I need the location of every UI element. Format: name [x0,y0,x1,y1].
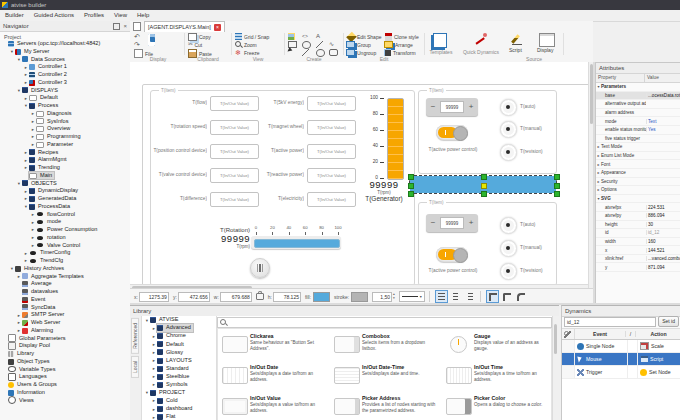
io-value-box[interactable]: T(In/Out Value) [307,192,356,207]
save-button[interactable] [148,34,157,46]
attribute-row[interactable]: alternative output address [596,100,680,109]
tree-row[interactable]: ▸SMTP Server [0,311,130,319]
tree-row[interactable]: ▸Default [0,94,130,102]
attribute-row[interactable]: ▸Text Mode [596,143,680,152]
radio-button[interactable] [500,121,517,138]
io-value-box[interactable]: T(In/Out Value) [307,120,356,135]
library-tree-row[interactable]: ▸Glossy [142,348,216,356]
set-id-button[interactable]: Set id [658,316,679,327]
power-spinner-1[interactable]: − 99999 + [426,98,478,116]
dynamics-action-cell[interactable]: Set Node [638,366,680,378]
library-item-picker-address[interactable]: Picker AddressProvides a list of nodes s… [332,394,440,420]
tree-row[interactable]: ▸Programming [0,133,130,141]
tree-row[interactable]: Global Parameters [0,335,130,343]
line-style-dropdown[interactable]: ▾ [399,291,425,302]
tree-row[interactable]: ▸DynamicDisplay [0,187,130,195]
library-tree-row[interactable]: ▸Steelblue [142,373,216,381]
tree-row[interactable]: ▾DISPLAYS [0,87,130,95]
tree-row[interactable]: Display Pool [0,342,130,350]
document-tab[interactable]: [AGENT.DISPLAYS.Main] × [144,21,225,32]
templates-button[interactable] [433,33,447,48]
library-tree-row[interactable]: ▾PROJECT [142,389,216,397]
circle-tool-button[interactable] [302,41,313,49]
align-right-button[interactable] [463,290,476,303]
io-value-box[interactable]: T(In/Out Value) [307,168,356,183]
attribute-value[interactable]: Text [646,119,680,124]
library-tree-row[interactable]: ▸LAYOUTS [142,356,216,364]
attribute-row[interactable]: idid_12 [596,229,680,238]
selection-handle[interactable] [408,191,414,197]
library-tree-row[interactable]: ▸Standard [142,365,216,373]
library-tree-row[interactable]: ▸Advanced [142,324,216,332]
tree-row[interactable]: ▾Data Sources [0,56,130,64]
tree-row[interactable]: ▸AlarmMgmt [0,156,130,164]
tree-row[interactable]: ▸mode [0,218,130,226]
side-tab-referenced[interactable]: Referenced [131,318,139,354]
library-tree-row[interactable]: ▸dashboard [142,405,216,413]
dynamics-row-trigger[interactable]: TriggerSet Node [562,366,680,379]
library-item-in-out-value[interactable]: In/Out ValueSets/displays a value to/fro… [220,394,328,420]
attribute-row[interactable]: width160 [596,238,680,247]
tree-row[interactable]: ▸Trending [0,164,130,172]
tree-row[interactable]: ▾Process [0,102,130,110]
element-id-field[interactable]: id_12 [564,317,656,327]
close-icon[interactable]: × [123,22,127,30]
corner-square-button[interactable] [486,290,499,303]
radio-button[interactable] [500,144,517,161]
redo-button[interactable]: ↷ [134,41,140,48]
library-item-gauge[interactable]: GaugeDisplays value of an address as gau… [444,332,552,361]
display-button[interactable] [539,33,555,47]
menu-item-profiles[interactable]: Profiles [79,10,109,21]
stroke-color-swatch[interactable] [351,292,368,302]
design-canvas[interactable]: T(Item) T(flow)T(In/Out Value)T(rotation… [130,62,593,288]
attribute-row[interactable]: height30 [596,221,680,230]
tree-row[interactable]: ▸Power Consumption [0,226,130,234]
tree-row[interactable]: ▸TimerConfig [0,249,130,257]
library-tree-row[interactable]: ▸Symbols [142,381,216,389]
curve-tool-button[interactable]: ∿ [329,41,334,48]
selection-handle[interactable] [481,191,487,197]
tree-row[interactable]: ▾OBJECTS [0,180,130,188]
radio-button[interactable] [500,263,517,280]
attribute-row[interactable]: atvrefpx224.531 [596,203,680,212]
minus-button[interactable]: − [426,214,440,232]
attribute-value[interactable]: Yes [646,127,680,132]
tree-row[interactable]: Users & Groups [0,381,130,389]
w-field[interactable]: 679.688 [220,292,252,302]
tree-row[interactable]: ▸Controller 3 [0,79,130,87]
tree-row[interactable]: Library [0,350,130,358]
tree-row[interactable]: Event [0,296,130,304]
tree-row[interactable]: ▸Overview [0,125,130,133]
transform-button[interactable]: Transform [384,49,416,56]
corner-round-button[interactable] [514,290,527,303]
fill-color-swatch[interactable] [313,292,330,302]
dynamics-event-cell[interactable]: Mouse [575,353,628,365]
selection-center-handle[interactable] [481,183,487,189]
vertical-splitter[interactable] [593,62,595,303]
y-field[interactable]: 472.656 [178,292,210,302]
power-spinner-2[interactable]: − 99999 + [426,214,478,232]
library-item-picker-color[interactable]: Picker ColorOpens a dialog to choose a c… [444,394,552,420]
attribute-value[interactable]: ...vanced.combobox [646,256,680,261]
attribute-value[interactable]: 30 [646,222,680,227]
tree-row[interactable]: ▸Valve Control [0,242,130,250]
tree-row[interactable]: ▸Alarming [0,327,130,335]
library-tree-row[interactable]: ▸Chrome [142,332,216,340]
clone-style-button[interactable]: Clone style [384,33,419,41]
tree-row[interactable]: ▸Recipes [0,149,130,157]
edit-shape-button[interactable]: Edit Shape [346,33,381,41]
library-item-in-out-time[interactable]: In/Out TimeSets/displays a time to/from … [444,363,552,392]
library-search[interactable] [217,317,552,328]
attribute-value[interactable]: 224.531 [646,205,680,210]
minus-button[interactable]: − [426,98,440,116]
tree-row[interactable]: ▾History Archives [0,265,130,273]
tree-row[interactable]: ▸flowControl [0,211,130,219]
align-left-button[interactable] [435,290,448,303]
ungroup-button[interactable]: Ungroup [346,49,376,56]
side-tab-local[interactable]: Local [131,356,139,378]
attribute-row[interactable]: xlink:href...vanced.combobox [596,255,680,264]
attribute-row[interactable]: ▾SVG [596,195,680,204]
h-field[interactable]: 78.125 [273,292,301,302]
tree-row[interactable]: datavalues [0,288,130,296]
zoom-button[interactable]: Zoom [235,41,257,48]
